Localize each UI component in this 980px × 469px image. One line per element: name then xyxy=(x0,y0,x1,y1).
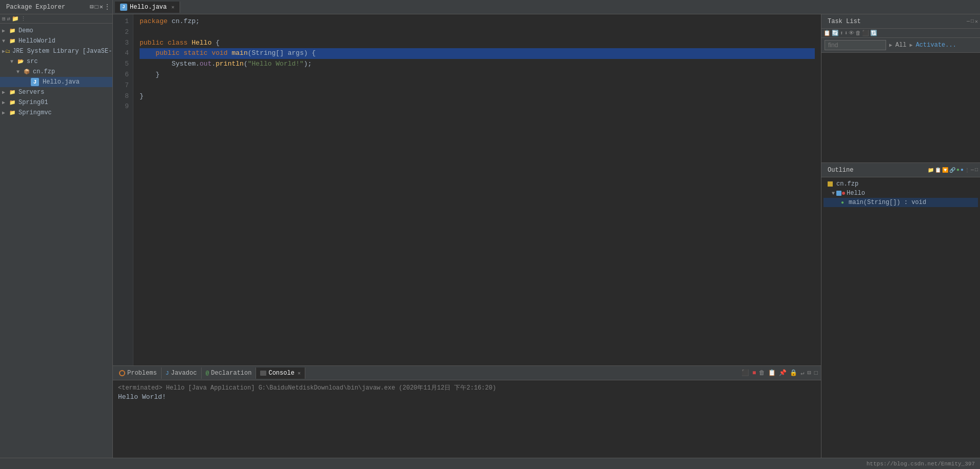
java-tab-icon: J xyxy=(120,4,127,11)
code-line-7 xyxy=(140,80,815,91)
new-icon[interactable]: 📁 xyxy=(12,15,19,22)
console-toolbar: ⬛ ■ 🗑 📋 📌 🔒 ↵ ⊟ □ xyxy=(740,369,819,377)
tree-item-jre[interactable]: ▶ 🗂 JRE System Library [JavaSE-... xyxy=(0,46,112,56)
code-line-3: public class Hello { xyxy=(140,38,815,49)
tl-close-icon[interactable]: ✕ xyxy=(975,18,978,25)
menu-icon2[interactable]: ⋮ xyxy=(21,15,26,22)
maximize-icon[interactable]: □ xyxy=(95,4,99,11)
tree-item-demo[interactable]: ▶ 📁 Demo xyxy=(0,26,112,36)
pin-icon[interactable]: 📌 xyxy=(778,369,788,377)
console-icon xyxy=(260,371,266,376)
code-line-4: public static void main(String[] args) { xyxy=(140,48,815,59)
code-area[interactable]: package cn.fzp; public class Hello { pub… xyxy=(133,14,821,365)
tree-item-helloworld[interactable]: ▼ 📁 HelloWorld xyxy=(0,36,112,46)
tl-icon5[interactable]: 👁 xyxy=(849,30,854,36)
word-wrap-icon[interactable]: ↵ xyxy=(799,369,805,377)
tab-javadoc-label: Javadoc xyxy=(171,370,197,377)
line-numbers: 1 2 3 4 5 6 7 8 9 xyxy=(113,14,133,365)
tree-item-cnfzp[interactable]: ▼ 📦 cn.fzp xyxy=(0,67,112,77)
tl-icon3[interactable]: ⬆ xyxy=(840,30,844,36)
clear-icon[interactable]: 🗑 xyxy=(758,369,766,377)
folder-icon-helloworld: 📁 xyxy=(8,37,16,45)
tl-icon4[interactable]: ⬇ xyxy=(845,30,848,36)
package-explorer-title: Package Explorer xyxy=(2,4,69,11)
ol-maximize-icon[interactable]: □ xyxy=(975,167,978,173)
ol-icon3[interactable]: 🔽 xyxy=(942,167,948,173)
tab-problems[interactable]: Problems xyxy=(115,368,162,379)
library-icon-jre: 🗂 xyxy=(5,47,10,55)
tab-console[interactable]: Console ✕ xyxy=(256,368,305,379)
editor-tab-close[interactable]: ✕ xyxy=(171,4,174,10)
stop-icon[interactable]: ⬛ xyxy=(740,369,750,377)
ol-icon5[interactable]: ● xyxy=(956,167,959,173)
link-editor-icon[interactable]: ⇄ xyxy=(7,15,11,22)
tree-item-spring01[interactable]: ▶ 📁 Spring01 xyxy=(0,97,112,108)
close-icon[interactable]: ✕ xyxy=(100,3,103,11)
tl-icon6[interactable]: 🗑 xyxy=(855,30,861,36)
tl-icon7[interactable]: ⬛ xyxy=(862,30,869,36)
arrow-servers: ▶ xyxy=(2,89,8,95)
label-helloworld: HelloWorld xyxy=(18,37,55,45)
ol-icon6[interactable]: ● xyxy=(961,167,964,173)
terminate-icon[interactable]: ■ xyxy=(751,369,757,377)
minimize-console-icon[interactable]: ⊟ xyxy=(807,369,812,377)
editor-content[interactable]: 1 2 3 4 5 6 7 8 9 package cn.fzp; public… xyxy=(113,14,821,365)
label-cnfzp: cn.fzp xyxy=(33,68,55,75)
tab-console-label: Console xyxy=(268,370,294,377)
ol-icon4[interactable]: 🔗 xyxy=(949,167,955,173)
tl-icon8[interactable]: 🔃 xyxy=(870,30,877,36)
editor-tab-hellojava[interactable]: J Hello.java ✕ xyxy=(115,2,180,13)
tl-maximize-icon[interactable]: □ xyxy=(971,18,974,24)
package-explorer-titlebar: Package Explorer ⊟ □ ✕ ⋮ xyxy=(0,0,112,14)
filter-activate-link[interactable]: Activate... xyxy=(916,42,956,49)
ol-icon7[interactable]: ⋮ xyxy=(965,167,970,173)
folder-icon-src: 📂 xyxy=(16,57,25,66)
code-line-6: } xyxy=(140,70,815,80)
label-hellojava: Hello.java xyxy=(43,78,80,86)
tl-minimize-icon[interactable]: — xyxy=(967,18,970,24)
tab-console-close[interactable]: ✕ xyxy=(298,370,301,376)
new-console-icon[interactable]: 📋 xyxy=(767,369,777,377)
right-panel: Task List — □ ✕ 📋 🔄 ⬆ ⬇ 👁 xyxy=(821,14,980,458)
outline-item-hello[interactable]: ▼ Hello xyxy=(824,189,978,198)
arrow-right-icon: ▶ xyxy=(889,42,892,48)
tl-icon1[interactable]: 📋 xyxy=(824,30,831,36)
label-servers: Servers xyxy=(18,89,44,96)
tab-declaration[interactable]: @ Declaration xyxy=(202,368,257,379)
task-filter-input[interactable] xyxy=(825,40,886,50)
task-list-panel: Task List — □ ✕ 📋 🔄 ⬆ ⬇ 👁 xyxy=(821,14,980,163)
code-line-1: package cn.fzp; xyxy=(140,16,815,27)
collapse-all-icon[interactable]: ⊞ xyxy=(2,15,6,22)
scroll-lock-icon[interactable]: 🔒 xyxy=(789,369,798,377)
outline-controls: 📁 📋 🔽 🔗 ● ● ⋮ — □ xyxy=(928,167,978,173)
tab-javadoc[interactable]: J Javadoc xyxy=(162,368,202,379)
outline-item-main[interactable]: ● main(String[]) : void xyxy=(824,198,978,207)
arrow-spring01: ▶ xyxy=(2,99,8,106)
label-springmvc: Springmvc xyxy=(18,109,52,116)
task-list-title: Task List xyxy=(824,18,865,25)
tree-item-hellojava[interactable]: ▶ J Hello.java xyxy=(0,77,112,87)
minimize-icon[interactable]: ⊟ xyxy=(90,3,93,11)
code-line-2 xyxy=(140,27,815,38)
outline-pkg-icon xyxy=(826,180,835,188)
maximize-console-icon[interactable]: □ xyxy=(813,369,819,377)
ol-icon2[interactable]: 📋 xyxy=(935,167,941,173)
task-list-toolbar: 📋 🔄 ⬆ ⬇ 👁 🗑 ⬛ 🔃 xyxy=(821,29,980,38)
outline-titlebar: Outline 📁 📋 🔽 🔗 ● ● ⋮ — □ xyxy=(821,163,980,177)
arrow-springmvc: ▶ xyxy=(2,110,8,116)
tree-item-springmvc[interactable]: ▶ 📁 Springmvc xyxy=(0,108,112,118)
tl-icon2[interactable]: 🔄 xyxy=(832,30,839,36)
center-right: 1 2 3 4 5 6 7 8 9 package cn.fzp; public… xyxy=(113,14,980,458)
outline-item-cnfzp[interactable]: cn.fzp xyxy=(824,179,978,189)
tree-item-servers[interactable]: ▶ 📁 Servers xyxy=(0,87,112,97)
editor-tab-label: Hello.java xyxy=(130,4,167,11)
menu-icon[interactable]: ⋮ xyxy=(104,3,110,11)
tree-item-src[interactable]: ▼ 📂 src xyxy=(0,56,112,67)
ol-icon1[interactable]: 📁 xyxy=(928,167,934,173)
arrow-demo: ▶ xyxy=(2,28,8,34)
status-url: https://blog.csdn.net/Enmity_397 xyxy=(867,461,975,467)
outline-class-icon xyxy=(836,190,845,197)
tab-declaration-label: Declaration xyxy=(211,370,251,377)
task-list-content xyxy=(821,53,980,162)
ol-minimize-icon[interactable]: — xyxy=(971,167,974,173)
